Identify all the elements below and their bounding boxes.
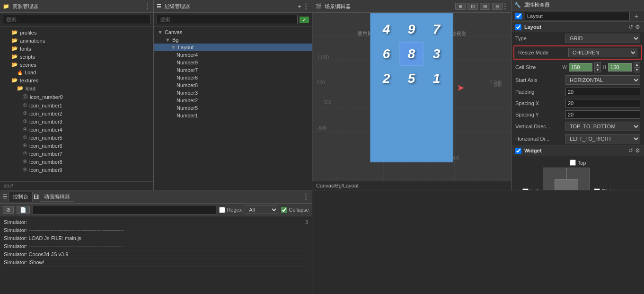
num-4: 4: [375, 17, 398, 41]
node-item-layout[interactable]: ▼ Layout: [154, 44, 312, 51]
node-item-bg[interactable]: ▼ Bg: [154, 36, 312, 44]
layout-gear-btn[interactable]: ⚙: [635, 24, 640, 30]
w-spin-up[interactable]: ▲: [594, 62, 601, 67]
node-item-number6[interactable]: Number6: [154, 74, 312, 81]
asset-item-label: fonts: [20, 46, 31, 52]
node-item-label: Layout: [178, 45, 194, 50]
asset-panel-drag[interactable]: [147, 1, 150, 11]
asset-item-load-scene[interactable]: 🔥 Load: [0, 69, 153, 76]
node-item-number9[interactable]: Number9: [154, 59, 312, 66]
vertical-dir-label: Vertical Direc...: [515, 124, 563, 129]
node-item-number4[interactable]: Number4: [154, 51, 312, 59]
scene-panel-drag[interactable]: [504, 1, 508, 11]
asset-item-icon0[interactable]: ⓪ icon_number0: [0, 92, 153, 101]
asset-item-icon7[interactable]: ⑦ icon_number7: [0, 150, 153, 158]
layout-enable-checkbox[interactable]: [515, 24, 521, 30]
node-item-number2[interactable]: Number2: [154, 97, 312, 104]
inspector-panel-icon: 🔧: [514, 2, 521, 8]
asset-footer-path: db://: [4, 183, 13, 188]
inspector-add-button[interactable]: +: [633, 12, 640, 20]
resize-mode-select[interactable]: CHILDREN NONE CONTAINER: [568, 48, 637, 57]
console-file-btn[interactable]: 📄: [17, 206, 30, 214]
spacing-x-input[interactable]: [565, 99, 640, 107]
collapse-checkbox[interactable]: [281, 207, 287, 213]
console-text-2: Simulator: -----------------------------…: [4, 227, 124, 233]
node-item-number3[interactable]: Number3: [154, 89, 312, 97]
spacing-y-label: Spacing Y: [515, 112, 563, 117]
vertical-dir-select[interactable]: TOP_TO_BOTTOM BOTTOM_TO_TOP: [565, 122, 640, 131]
padding-input[interactable]: [565, 88, 640, 96]
tab-anim-editor[interactable]: 动画编辑器: [40, 192, 74, 202]
layout-reset-btn[interactable]: ↺: [628, 24, 633, 30]
scene-tool-btn4[interactable]: ⊟: [492, 3, 503, 10]
widget-reset-btn[interactable]: ↺: [628, 147, 633, 154]
folder-icon: 📂: [11, 62, 18, 68]
asset-item-scenes[interactable]: 📂 scenes: [0, 61, 153, 69]
node-item-number1[interactable]: Number1: [154, 112, 312, 119]
spacing-y-row: Spacing Y: [512, 109, 644, 120]
component-name-input[interactable]: [525, 12, 630, 20]
asset-search-bar: [0, 13, 153, 27]
blue-canvas: ▲ 4 9 7 6 8 3 2 5 1 ➤: [371, 13, 453, 162]
scene-panel-title: 场景编辑器: [325, 3, 351, 10]
widget-section-title: Widget: [524, 148, 542, 153]
num-2: 2: [375, 66, 398, 90]
scene-tool-btn1[interactable]: ⊕: [455, 3, 466, 10]
asset-item-load-folder[interactable]: 📂 load: [0, 84, 153, 92]
asset-item-icon4[interactable]: ④ icon_number4: [0, 125, 153, 134]
console-clear-btn[interactable]: ⊘: [3, 206, 14, 214]
asset-item-label: icon_number2: [29, 111, 62, 116]
console-level-select[interactable]: All Error Warning Log: [245, 205, 278, 214]
asset-item-profiles[interactable]: 📂 profiles: [0, 28, 153, 36]
cell-size-h-input[interactable]: [608, 63, 632, 71]
node-item-number5[interactable]: Number5: [154, 104, 312, 112]
node-search-green-btn[interactable]: ✓: [300, 17, 309, 23]
asset-item-scripts[interactable]: 📂 scripts: [0, 53, 153, 61]
node-item-number7[interactable]: Number7: [154, 66, 312, 74]
asset-item-icon1[interactable]: ① icon_number1: [0, 101, 153, 109]
console-panel-drag[interactable]: [305, 192, 309, 202]
node-search-input[interactable]: [157, 15, 298, 24]
w-spin-down[interactable]: ▼: [594, 67, 601, 72]
asset-item-icon9[interactable]: ⑨ icon_number9: [0, 166, 153, 174]
node-item-canvas[interactable]: ▼ Canvas: [154, 28, 312, 36]
console-toolbar: ⊘ 📄 Regex All Error Warning Log Collapse: [0, 204, 312, 216]
tab-console[interactable]: 控制台: [9, 192, 33, 202]
asset-item-icon5[interactable]: ⑤ icon_number5: [0, 134, 153, 142]
spacing-y-input[interactable]: [565, 110, 640, 119]
top-checkbox[interactable]: [570, 160, 576, 166]
asset-item-textures[interactable]: 📂 textures: [0, 76, 153, 84]
num-7: 7: [425, 17, 449, 41]
asset-item-icon8[interactable]: ⑧ icon_number8: [0, 158, 153, 166]
asset-item-icon2[interactable]: ② icon_number2: [0, 109, 153, 117]
asset-item-icon6[interactable]: ⑥ icon_number6: [0, 142, 153, 150]
num-icon-1: ①: [23, 102, 27, 108]
h-spin-down[interactable]: ▼: [634, 67, 640, 72]
horizontal-dir-select[interactable]: LEFT_TO_RIGHT RIGHT_TO_LEFT: [565, 134, 640, 143]
scene-tool-btn3[interactable]: ⊞: [480, 3, 490, 10]
asset-footer: db://: [0, 181, 153, 190]
console-filter-input[interactable]: [33, 205, 216, 214]
widget-gear-btn[interactable]: ⚙: [635, 147, 640, 154]
scene-canvas[interactable]: 使用鼠标右键平移视窗焦点，使用滚轮缩放视图 1,000 500 -500 -50…: [312, 13, 511, 181]
type-select[interactable]: GRID NONE HORIZONTAL VERTICAL: [565, 34, 640, 43]
h-spin-up[interactable]: ▲: [634, 62, 640, 67]
scene-panel-header: 🎬 场景编辑器 ⊕ ⊡ ⊞ ⊟: [312, 0, 511, 13]
node-add-button[interactable]: +: [296, 1, 303, 11]
layout-section-header[interactable]: Layout ↺ ⚙: [512, 22, 644, 32]
scene-tool-btn2[interactable]: ⊡: [468, 3, 478, 10]
asset-item-fonts[interactable]: 📂 fonts: [0, 45, 153, 53]
widget-section-header[interactable]: Widget ↺ ⚙: [512, 145, 644, 156]
regex-checkbox[interactable]: [219, 207, 225, 213]
widget-enable-checkbox[interactable]: [515, 148, 521, 154]
num-icon-2: ②: [23, 110, 27, 116]
folder-icon: 📂: [11, 37, 18, 44]
node-panel-drag[interactable]: [305, 1, 309, 11]
asset-search-input[interactable]: [3, 15, 150, 24]
node-item-number8[interactable]: Number8: [154, 81, 312, 89]
start-axis-select[interactable]: HORIZONTAL VERTICAL: [565, 75, 640, 85]
asset-item-animations[interactable]: 📂 animations: [0, 36, 153, 45]
component-enable-checkbox[interactable]: [515, 13, 522, 19]
asset-item-icon3[interactable]: ③ icon_number3: [0, 117, 153, 125]
cell-size-w-input[interactable]: [569, 63, 592, 71]
